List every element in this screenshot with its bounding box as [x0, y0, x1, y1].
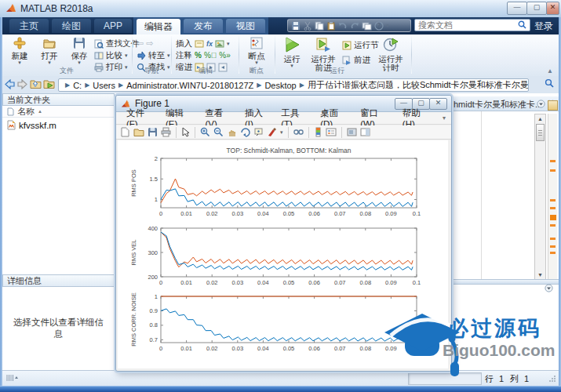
crumb-drive[interactable]: C: — [73, 81, 82, 90]
lower-pane-menu-icon[interactable] — [545, 284, 553, 292]
warning-marker[interactable] — [550, 215, 556, 220]
fig-legend-icon[interactable] — [326, 127, 337, 137]
open-caret-icon: ▾ — [36, 60, 63, 65]
scrollbar-thumb[interactable] — [536, 124, 545, 141]
fig-zoom-out-icon[interactable] — [213, 127, 224, 137]
matlab-logo-icon — [5, 2, 17, 14]
toolbar-separator — [308, 127, 309, 138]
editor-tab-menu-icon[interactable] — [537, 100, 545, 108]
maximize-button[interactable]: ▢ — [526, 2, 547, 15]
minimize-button[interactable]: — — [507, 2, 527, 15]
warning-marker[interactable] — [550, 252, 556, 254]
warning-marker[interactable] — [550, 238, 556, 240]
document-bar-button[interactable] — [548, 100, 558, 111]
run-time-button[interactable]: 运行并计时 — [375, 37, 406, 73]
qat-paste-icon[interactable] — [326, 21, 336, 31]
ribbon-collapse-icon[interactable]: ▲ — [547, 67, 553, 74]
menubar-dock-icon[interactable]: ▾ — [437, 114, 451, 122]
run-section-button[interactable]: 运行节 — [342, 39, 379, 51]
advance-button[interactable]: 前进 — [342, 54, 379, 66]
fig-hide-plottools-icon[interactable] — [347, 127, 357, 137]
tab-editor[interactable]: 编辑器 — [137, 19, 180, 34]
nav-forward-icon[interactable] — [17, 79, 27, 89]
tab-plots[interactable]: 绘图 — [52, 19, 91, 33]
search-icon[interactable] — [518, 20, 526, 29]
details-header[interactable]: 详细信息 — [2, 274, 115, 287]
browse-folder-icon[interactable] — [43, 78, 55, 89]
svg-text:0.02: 0.02 — [206, 345, 218, 352]
insert-row[interactable]: 插入 fx ▾ — [176, 38, 231, 49]
scroll-down-icon[interactable]: ▼ — [535, 270, 545, 279]
qat-dropdown-icon[interactable]: ▾ — [386, 23, 389, 29]
editor-marker-strip[interactable] — [548, 114, 557, 280]
crumb-project-folder[interactable]: 用于估计谐振状态问题，比较Schmidt卡尔曼和标准卡尔曼滤波 — [308, 79, 529, 91]
group-divider — [275, 36, 275, 74]
qat-layout-icon[interactable] — [362, 21, 372, 31]
svg-text:0.09: 0.09 — [385, 210, 397, 217]
fig-datacursor-icon[interactable] — [253, 127, 264, 137]
warning-marker[interactable] — [550, 245, 556, 248]
svg-text:0.05: 0.05 — [283, 345, 295, 352]
warning-marker[interactable] — [550, 224, 556, 227]
fig-pan-icon[interactable] — [227, 127, 237, 137]
folder-up-icon[interactable] — [30, 78, 42, 89]
new-button[interactable]: 新建▾ — [6, 37, 33, 73]
file-row-kfvsskf[interactable]: kfvsskf.m — [2, 119, 115, 131]
fig-pointer-icon[interactable] — [181, 127, 190, 137]
qat-redo-icon[interactable] — [350, 21, 359, 31]
fig-new-icon[interactable] — [120, 127, 130, 137]
find-files-label: 查找文件 — [106, 38, 139, 49]
tab-apps[interactable]: APP — [94, 19, 132, 33]
editor-scrollbar[interactable]: ▲ ▼ — [534, 114, 546, 280]
tab-publish[interactable]: 发布 — [184, 19, 223, 33]
qat-save-icon[interactable] — [291, 21, 301, 31]
crumb-administrator[interactable]: Administrator.WIN7U-20180127Z — [126, 81, 253, 90]
fig-linkplot-icon[interactable] — [293, 127, 304, 137]
details-placeholder: 选择文件以查看详细信息 — [12, 317, 106, 340]
tab-view[interactable]: 视图 — [226, 19, 265, 33]
scroll-up-icon[interactable]: ▲ — [535, 114, 545, 123]
tab-home[interactable]: 主页 — [9, 19, 49, 33]
qat-undo-icon[interactable] — [338, 21, 348, 31]
brush-caret-icon[interactable]: ▾ — [280, 129, 283, 136]
current-folder-header[interactable]: 当前文件夹 — [2, 93, 115, 106]
editor-tab-title[interactable]: hmidt卡尔曼和标准卡... — [454, 99, 542, 111]
breadcrumb[interactable]: ▶ C: ▶ Users ▶ Administrator.WIN7U-20180… — [58, 78, 529, 92]
figure-window[interactable]: Figure 1 — ▢ ✕ 文件(F) 编辑(E) 查看(V) 插入(I) 工… — [115, 95, 452, 372]
warning-marker[interactable] — [550, 169, 556, 172]
fig-open-icon[interactable] — [133, 127, 144, 137]
address-search-icon[interactable] — [545, 78, 554, 88]
search-input[interactable] — [414, 19, 530, 31]
qat-copy-icon[interactable] — [315, 21, 324, 31]
crumb-desktop[interactable]: Desktop — [264, 81, 296, 90]
warning-marker[interactable] — [550, 199, 556, 201]
close-button[interactable]: ✕ — [546, 2, 559, 15]
fig-print-icon[interactable] — [161, 127, 171, 137]
goto-button[interactable]: 转至 ▾ — [137, 49, 170, 61]
warning-marker[interactable] — [550, 160, 556, 162]
fig-zoom-in-icon[interactable] — [200, 127, 210, 137]
qat-cut-icon[interactable] — [303, 21, 312, 31]
figure-plot-canvas[interactable]: TOP: Schmidt-Kalman, BOTTOM: Kalman00.01… — [118, 140, 448, 368]
resize-grip-icon[interactable] — [549, 375, 556, 382]
login-button[interactable]: 登录 — [534, 20, 553, 33]
fig-colorbar-icon[interactable] — [314, 127, 322, 137]
comment-row[interactable]: 注释 % %⃠ %» — [176, 49, 231, 61]
crumb-users[interactable]: Users — [93, 81, 115, 90]
comment-icon: % — [195, 51, 202, 60]
run-icon — [283, 37, 301, 53]
status-grip-icon[interactable] — [6, 374, 19, 382]
name-column-header[interactable]: 名称 ▲ — [2, 106, 115, 118]
fig-save-icon[interactable] — [148, 127, 158, 137]
print-caret-icon: ▾ — [125, 64, 128, 71]
fig-rotate3d-icon[interactable] — [240, 127, 250, 137]
fig-brush-icon[interactable] — [267, 127, 277, 137]
run-button[interactable]: 运行▾ — [279, 37, 305, 73]
warning-marker[interactable] — [550, 207, 556, 209]
qat-help-icon[interactable]: ? — [374, 21, 384, 31]
figure-toolbar: ▾ — [116, 125, 451, 140]
nav-back-forward[interactable]: ⇦ ⇨ — [137, 38, 170, 49]
svg-text:0: 0 — [159, 345, 162, 352]
fig-show-plottools-icon[interactable] — [360, 127, 370, 137]
nav-back-icon[interactable] — [5, 79, 15, 89]
